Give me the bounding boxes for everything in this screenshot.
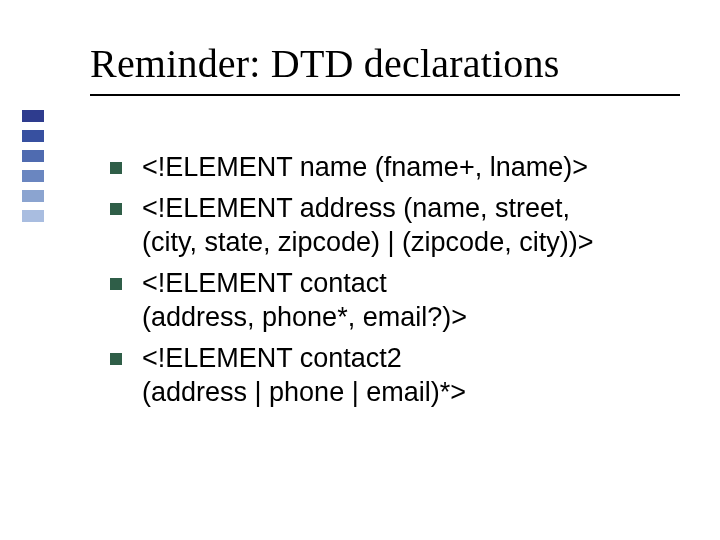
bullet-text: <!ELEMENT address (name, street, <box>142 193 570 223</box>
slide-title: Reminder: DTD declarations <box>90 40 680 87</box>
list-item: <!ELEMENT contact (address, phone*, emai… <box>110 266 680 335</box>
sidebar-bar <box>22 150 44 162</box>
list-item: <!ELEMENT contact2 (address | phone | em… <box>110 341 680 410</box>
bullet-list: <!ELEMENT name (fname+, lname)> <!ELEMEN… <box>110 150 680 416</box>
bullet-icon <box>110 162 122 174</box>
list-item: <!ELEMENT address (name, street, (city, … <box>110 191 680 260</box>
bullet-icon <box>110 353 122 365</box>
bullet-text: <!ELEMENT contact <box>142 268 387 298</box>
bullet-text: (address, phone*, email?)> <box>142 302 467 332</box>
sidebar-bar <box>22 130 44 142</box>
slide: Reminder: DTD declarations <!ELEMENT nam… <box>0 0 720 540</box>
bullet-text: <!ELEMENT name (fname+, lname)> <box>142 152 588 182</box>
bullet-text: <!ELEMENT contact2 <box>142 343 402 373</box>
sidebar-bar <box>22 170 44 182</box>
list-item: <!ELEMENT name (fname+, lname)> <box>110 150 680 185</box>
sidebar-bar <box>22 110 44 122</box>
title-underline <box>90 94 680 96</box>
bullet-icon <box>110 278 122 290</box>
bullet-icon <box>110 203 122 215</box>
decorative-sidebar <box>22 110 44 222</box>
sidebar-bar <box>22 190 44 202</box>
title-wrap: Reminder: DTD declarations <box>90 40 680 87</box>
bullet-text: (city, state, zipcode) | (zipcode, city)… <box>142 227 593 257</box>
sidebar-bar <box>22 210 44 222</box>
bullet-text: (address | phone | email)*> <box>142 377 466 407</box>
